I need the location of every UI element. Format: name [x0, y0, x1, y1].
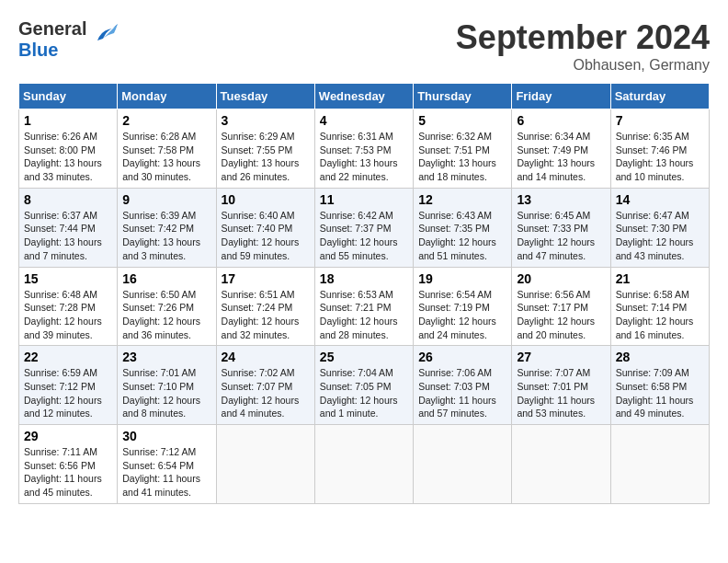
day-info: Sunrise: 6:50 AMSunset: 7:26 PMDaylight:…: [122, 288, 210, 342]
day-info: Sunrise: 6:42 AMSunset: 7:37 PMDaylight:…: [320, 209, 408, 263]
day-number: 14: [616, 192, 704, 207]
calendar-week-2: 8 Sunrise: 6:37 AMSunset: 7:44 PMDayligh…: [19, 188, 710, 267]
calendar-cell: 13 Sunrise: 6:45 AMSunset: 7:33 PMDaylig…: [512, 188, 610, 267]
column-header-sunday: Sunday: [19, 84, 118, 109]
day-number: 17: [222, 271, 310, 286]
day-number: 20: [517, 271, 605, 286]
day-info: Sunrise: 6:26 AMSunset: 8:00 PMDaylight:…: [24, 130, 112, 184]
calendar-cell: 27 Sunrise: 7:07 AMSunset: 7:01 PMDaylig…: [512, 346, 610, 425]
calendar-cell: 15 Sunrise: 6:48 AMSunset: 7:28 PMDaylig…: [19, 267, 118, 346]
day-info: Sunrise: 7:01 AMSunset: 7:10 PMDaylight:…: [122, 366, 210, 420]
day-info: Sunrise: 6:48 AMSunset: 7:28 PMDaylight:…: [24, 288, 112, 342]
day-number: 21: [616, 271, 704, 286]
day-number: 4: [320, 113, 408, 128]
column-header-friday: Friday: [512, 84, 610, 109]
calendar-cell: 8 Sunrise: 6:37 AMSunset: 7:44 PMDayligh…: [19, 188, 118, 267]
calendar-cell: 5 Sunrise: 6:32 AMSunset: 7:51 PMDayligh…: [414, 109, 512, 189]
location-title: Obhausen, Germany: [456, 57, 710, 74]
calendar-week-5: 29 Sunrise: 7:11 AMSunset: 6:56 PMDaylig…: [19, 425, 710, 504]
day-info: Sunrise: 6:59 AMSunset: 7:12 PMDaylight:…: [24, 366, 112, 420]
calendar-cell: 4 Sunrise: 6:31 AMSunset: 7:53 PMDayligh…: [314, 109, 413, 189]
day-info: Sunrise: 6:58 AMSunset: 7:14 PMDaylight:…: [616, 288, 704, 342]
calendar-cell: 22 Sunrise: 6:59 AMSunset: 7:12 PMDaylig…: [19, 346, 118, 425]
day-info: Sunrise: 7:09 AMSunset: 6:58 PMDaylight:…: [616, 366, 704, 420]
day-number: 3: [222, 113, 310, 128]
calendar-cell: 18 Sunrise: 6:53 AMSunset: 7:21 PMDaylig…: [314, 267, 413, 346]
calendar-cell: [610, 425, 709, 504]
day-info: Sunrise: 6:34 AMSunset: 7:49 PMDaylight:…: [517, 130, 605, 184]
day-info: Sunrise: 6:40 AMSunset: 7:40 PMDaylight:…: [222, 209, 310, 263]
month-title: September 2024: [456, 18, 710, 57]
column-header-thursday: Thursday: [414, 84, 512, 109]
day-number: 27: [517, 350, 605, 364]
calendar-table: SundayMondayTuesdayWednesdayThursdayFrid…: [18, 83, 710, 504]
day-info: Sunrise: 6:39 AMSunset: 7:42 PMDaylight:…: [122, 209, 210, 263]
calendar-cell: 19 Sunrise: 6:54 AMSunset: 7:19 PMDaylig…: [414, 267, 512, 346]
day-info: Sunrise: 6:32 AMSunset: 7:51 PMDaylight:…: [418, 130, 506, 184]
calendar-week-3: 15 Sunrise: 6:48 AMSunset: 7:28 PMDaylig…: [19, 267, 710, 346]
calendar-cell: 28 Sunrise: 7:09 AMSunset: 6:58 PMDaylig…: [610, 346, 709, 425]
day-number: 22: [24, 350, 112, 364]
calendar-cell: 12 Sunrise: 6:43 AMSunset: 7:35 PMDaylig…: [414, 188, 512, 267]
day-number: 6: [517, 113, 605, 128]
day-number: 19: [418, 271, 506, 286]
day-number: 12: [418, 192, 506, 207]
calendar-cell: 30 Sunrise: 7:12 AMSunset: 6:54 PMDaylig…: [118, 425, 216, 504]
day-info: Sunrise: 6:37 AMSunset: 7:44 PMDaylight:…: [24, 209, 112, 263]
calendar-cell: 23 Sunrise: 7:01 AMSunset: 7:10 PMDaylig…: [118, 346, 216, 425]
day-number: 28: [616, 350, 704, 364]
calendar-cell: [216, 425, 314, 504]
day-number: 8: [24, 192, 112, 207]
day-info: Sunrise: 6:28 AMSunset: 7:58 PMDaylight:…: [122, 130, 210, 184]
calendar-cell: 3 Sunrise: 6:29 AMSunset: 7:55 PMDayligh…: [216, 109, 314, 189]
calendar-cell: 10 Sunrise: 6:40 AMSunset: 7:40 PMDaylig…: [216, 188, 314, 267]
day-number: 26: [418, 350, 506, 364]
calendar-week-1: 1 Sunrise: 6:26 AMSunset: 8:00 PMDayligh…: [19, 109, 710, 189]
logo-general: General: [18, 18, 86, 39]
day-info: Sunrise: 6:35 AMSunset: 7:46 PMDaylight:…: [616, 130, 704, 184]
calendar-cell: 6 Sunrise: 6:34 AMSunset: 7:49 PMDayligh…: [512, 109, 610, 189]
day-info: Sunrise: 7:02 AMSunset: 7:07 PMDaylight:…: [222, 366, 310, 420]
day-number: 29: [24, 429, 112, 443]
calendar-cell: 20 Sunrise: 6:56 AMSunset: 7:17 PMDaylig…: [512, 267, 610, 346]
day-number: 9: [122, 192, 210, 207]
day-info: Sunrise: 6:54 AMSunset: 7:19 PMDaylight:…: [418, 288, 506, 342]
day-number: 10: [222, 192, 310, 207]
day-info: Sunrise: 7:07 AMSunset: 7:01 PMDaylight:…: [517, 366, 605, 420]
day-number: 16: [122, 271, 210, 286]
day-number: 18: [320, 271, 408, 286]
calendar-cell: 17 Sunrise: 6:51 AMSunset: 7:24 PMDaylig…: [216, 267, 314, 346]
calendar-cell: 24 Sunrise: 7:02 AMSunset: 7:07 PMDaylig…: [216, 346, 314, 425]
day-info: Sunrise: 7:11 AMSunset: 6:56 PMDaylight:…: [24, 445, 112, 500]
calendar-cell: 29 Sunrise: 7:11 AMSunset: 6:56 PMDaylig…: [19, 425, 118, 504]
column-header-wednesday: Wednesday: [314, 84, 413, 109]
column-header-tuesday: Tuesday: [216, 84, 314, 109]
day-info: Sunrise: 6:45 AMSunset: 7:33 PMDaylight:…: [517, 209, 605, 263]
day-number: 15: [24, 271, 112, 286]
day-number: 25: [320, 350, 408, 364]
day-number: 2: [122, 113, 210, 128]
day-number: 13: [517, 192, 605, 207]
day-number: 5: [418, 113, 506, 128]
calendar-cell: [414, 425, 512, 504]
day-number: 7: [616, 113, 704, 128]
calendar-cell: 21 Sunrise: 6:58 AMSunset: 7:14 PMDaylig…: [610, 267, 709, 346]
calendar-cell: 2 Sunrise: 6:28 AMSunset: 7:58 PMDayligh…: [118, 109, 216, 189]
calendar-cell: 7 Sunrise: 6:35 AMSunset: 7:46 PMDayligh…: [610, 109, 709, 189]
calendar-cell: 1 Sunrise: 6:26 AMSunset: 8:00 PMDayligh…: [19, 109, 118, 189]
day-info: Sunrise: 6:31 AMSunset: 7:53 PMDaylight:…: [320, 130, 408, 184]
calendar-cell: 25 Sunrise: 7:04 AMSunset: 7:05 PMDaylig…: [314, 346, 413, 425]
day-info: Sunrise: 7:12 AMSunset: 6:54 PMDaylight:…: [122, 445, 210, 500]
day-number: 23: [122, 350, 210, 364]
calendar-cell: 9 Sunrise: 6:39 AMSunset: 7:42 PMDayligh…: [118, 188, 216, 267]
calendar-week-4: 22 Sunrise: 6:59 AMSunset: 7:12 PMDaylig…: [19, 346, 710, 425]
day-info: Sunrise: 7:04 AMSunset: 7:05 PMDaylight:…: [320, 366, 408, 420]
day-number: 1: [24, 113, 112, 128]
calendar-cell: 14 Sunrise: 6:47 AMSunset: 7:30 PMDaylig…: [610, 188, 709, 267]
title-section: September 2024 Obhausen, Germany: [456, 18, 710, 74]
day-info: Sunrise: 6:53 AMSunset: 7:21 PMDaylight:…: [320, 288, 408, 342]
day-info: Sunrise: 6:56 AMSunset: 7:17 PMDaylight:…: [517, 288, 605, 342]
logo-bird-icon: [90, 22, 119, 48]
day-number: 24: [222, 350, 310, 364]
day-info: Sunrise: 6:47 AMSunset: 7:30 PMDaylight:…: [616, 209, 704, 263]
